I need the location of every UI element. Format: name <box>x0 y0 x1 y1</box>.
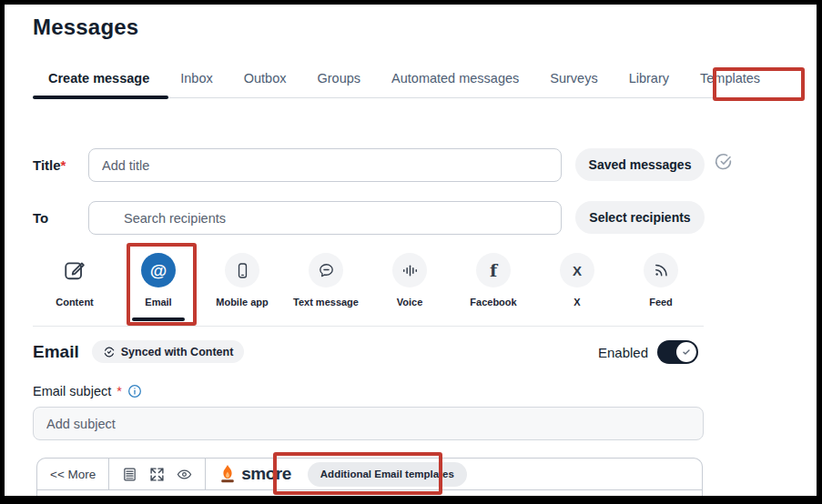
email-section-heading: Email <box>33 342 79 362</box>
email-enabled-toggle[interactable] <box>657 340 698 364</box>
x-logo-icon: X <box>560 253 594 287</box>
search-recipients-input[interactable] <box>88 201 562 235</box>
title-input[interactable] <box>88 148 562 182</box>
preview-eye-icon[interactable] <box>177 467 192 482</box>
active-tab-indicator <box>33 96 168 99</box>
info-icon[interactable] <box>127 384 142 398</box>
enabled-label: Enabled <box>598 345 648 360</box>
channel-feed[interactable]: Feed <box>619 253 703 321</box>
title-field-label: Title* <box>33 148 66 182</box>
synced-with-content-badge: Synced with Content <box>92 340 245 363</box>
tab-inbox[interactable]: Inbox <box>180 71 212 86</box>
messages-page: Messages Create message Inbox Outbox Gro… <box>5 5 817 496</box>
tab-library[interactable]: Library <box>629 71 669 86</box>
channel-x[interactable]: X X <box>535 253 619 321</box>
channel-content[interactable]: Content <box>33 253 117 321</box>
saved-messages-button[interactable]: Saved messages <box>575 148 705 181</box>
channel-text-message[interactable]: Text message <box>284 253 368 321</box>
smore-logo-text: smore <box>241 464 291 484</box>
required-asterisk: * <box>61 157 66 173</box>
tab-outbox[interactable]: Outbox <box>244 71 287 86</box>
channel-facebook[interactable]: f Facebook <box>452 253 535 321</box>
at-sign-icon: @ <box>141 253 176 287</box>
source-blocks-icon[interactable] <box>122 467 137 482</box>
tab-automated-messages[interactable]: Automated messages <box>391 71 519 86</box>
channel-voice[interactable]: Voice <box>368 253 452 321</box>
compose-icon <box>57 253 92 287</box>
channel-selector: Content @ Email Mobile app Text message … <box>33 253 703 321</box>
email-body-editor: << More smore <box>36 458 703 496</box>
email-subject-input[interactable] <box>33 407 704 440</box>
channel-email[interactable]: @ Email <box>117 253 200 321</box>
channel-mobile-app[interactable]: Mobile app <box>200 253 284 321</box>
required-asterisk: * <box>117 384 122 398</box>
section-divider <box>33 326 704 327</box>
select-recipients-button[interactable]: Select recipients <box>575 201 705 234</box>
fullscreen-expand-icon[interactable] <box>149 467 165 482</box>
toggle-knob <box>676 342 696 362</box>
email-subject-label: Email subject * <box>33 384 142 398</box>
voice-waveform-icon <box>392 253 427 287</box>
tab-surveys[interactable]: Surveys <box>550 71 597 86</box>
tab-create-message[interactable]: Create message <box>48 71 149 86</box>
tab-underline-track <box>33 97 804 98</box>
editor-toolbar: << More smore <box>37 459 702 490</box>
tab-groups[interactable]: Groups <box>317 71 360 86</box>
to-field-label: To <box>33 201 48 235</box>
selected-channel-indicator <box>132 318 185 321</box>
recipients-field <box>88 201 562 235</box>
sync-icon <box>103 346 116 358</box>
tab-templates[interactable]: Templates <box>700 71 760 86</box>
rss-feed-icon <box>644 253 678 287</box>
page-title: Messages <box>33 15 138 40</box>
tab-bar: Create message Inbox Outbox Groups Autom… <box>33 71 804 98</box>
chat-bubble-icon <box>309 253 343 287</box>
screenshot-frame: Messages Create message Inbox Outbox Gro… <box>0 0 822 504</box>
check-circle-icon <box>714 152 733 171</box>
flame-icon <box>218 464 237 484</box>
additional-email-templates-button[interactable]: Additional Email templates <box>308 462 467 487</box>
smore-brand[interactable]: smore <box>206 464 304 484</box>
more-tools-button[interactable]: << More <box>50 468 108 481</box>
mobile-phone-icon <box>225 253 259 287</box>
facebook-icon: f <box>476 253 511 287</box>
